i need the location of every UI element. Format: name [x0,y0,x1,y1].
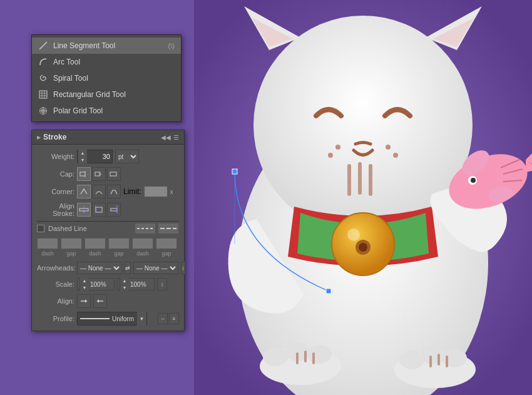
corner-row: Corner: Limit: x [37,185,179,198]
profile-flip-btn[interactable]: ↔ [158,313,168,324]
weight-input-wrap: ▲ ▼ [77,150,113,163]
tool-line-segment[interactable]: Line Segment Tool (\) [32,38,181,54]
scale-left-input[interactable] [90,281,112,288]
svg-rect-13 [95,172,100,176]
dashed-line-row: Dashed Line [37,223,179,234]
rect-grid-label: Rectangular Grid Tool [53,90,126,99]
profile-value: Uniform [112,315,136,322]
svg-marker-24 [85,299,87,303]
dashed-checkbox[interactable] [37,225,44,232]
arrowhead-cycle-btn[interactable]: ↕ [181,262,185,274]
dash-3-box: dash [132,238,153,257]
separator-1 [37,221,179,222]
profile-label: Profile: [37,315,74,322]
tool-rect-grid[interactable]: Rectangular Grid Tool [32,86,181,103]
profile-options-btn[interactable]: ≡ [169,313,179,324]
panel-title: Stroke [43,133,158,141]
cat-illustration [194,0,532,395]
weight-unit-select[interactable]: pt px mm [115,150,139,163]
corner-buttons [77,185,121,198]
line-segment-shortcut: (\) [168,42,175,49]
tool-spiral[interactable]: Spiral Tool [32,70,181,86]
weight-input[interactable] [87,153,112,160]
gap-2-input[interactable] [108,238,130,249]
cap-label: Cap: [37,170,74,178]
arrowhead-right-select[interactable]: — None — [133,262,178,274]
spiral-label: Spiral Tool [53,74,88,83]
panel-header: ▶ Stroke ◀◀ ☰ [32,130,184,145]
profile-dropdown-btn[interactable]: ▼ [136,312,146,326]
svg-rect-11 [80,172,85,176]
svg-rect-73 [326,289,331,294]
dash-1-input[interactable] [37,238,58,249]
svg-point-35 [335,145,340,150]
cap-square-btn[interactable] [107,167,121,181]
svg-marker-26 [97,299,99,303]
scale-right-input[interactable] [130,281,152,288]
polar-grid-icon [38,106,48,116]
corner-miter-btn[interactable] [77,185,91,198]
svg-point-55 [263,347,288,366]
stroke-panel: ▶ Stroke ◀◀ ☰ Weight: ▲ ▼ pt px mm Cap: [31,130,185,331]
dash-3-label: dash [136,250,149,257]
weight-spin-up[interactable]: ▲ [78,150,87,156]
svg-point-37 [386,145,391,150]
profile-line-icon [78,313,112,324]
gap-1-input[interactable] [61,238,82,249]
line-segment-icon [38,41,48,51]
weight-spin-down[interactable]: ▼ [78,156,87,163]
scale-left-up[interactable]: ▲ [80,277,89,284]
dashed-pattern-btns [135,223,179,234]
tool-polar-grid[interactable]: Polar Grid Tool [32,103,181,119]
scale-right-up[interactable]: ▲ [120,277,129,284]
arc-icon [38,57,48,67]
panel-collapse-icon[interactable]: ▶ [37,135,41,140]
profile-input-wrap: Uniform ▼ [77,312,147,326]
arrowhead-left-select[interactable]: — None — [77,262,122,274]
arc-label: Arc Tool [53,58,80,66]
align-right-btn[interactable] [93,294,107,308]
align-stroke-row: Align Stroke: [37,202,179,217]
limit-box: Limit: x [123,186,173,197]
dash-2-input[interactable] [84,238,106,249]
polar-grid-label: Polar Grid Tool [53,106,103,115]
tool-arc[interactable]: Arc Tool [32,54,181,70]
scale-right-box: ▲ ▼ [117,278,155,290]
limit-input[interactable] [144,186,168,197]
cap-butt-btn[interactable] [77,167,91,181]
align-center-btn[interactable] [77,203,91,217]
panel-expand-icon[interactable]: ◀◀ [161,134,171,141]
panel-menu-icon[interactable]: ☰ [173,134,179,141]
gap-3-label: gap [161,250,171,257]
dashed-pattern-1[interactable] [135,223,156,234]
scale-left-down[interactable]: ▼ [80,284,89,291]
svg-point-36 [328,153,333,158]
scale-right-down[interactable]: ▼ [120,284,129,291]
limit-label: Limit: [123,187,141,196]
align-label: Align: [37,297,74,305]
dashed-pattern-2[interactable] [158,223,179,234]
scale-link-btn[interactable]: ↕ [157,278,167,290]
corner-round-btn[interactable] [92,185,106,198]
line-segment-label: Line Segment Tool [53,41,115,50]
align-inside-btn[interactable] [92,203,106,217]
cap-round-btn[interactable] [92,167,106,181]
stroke-body: Weight: ▲ ▼ pt px mm Cap: [32,145,184,331]
rect-grid-icon [38,90,48,100]
corner-bevel-btn[interactable] [107,185,121,198]
align-outside-btn[interactable] [107,203,121,217]
svg-point-43 [347,228,360,241]
dash-3-input[interactable] [132,238,153,249]
align-left-btn[interactable] [77,294,91,308]
align-stroke-label: Align Stroke: [37,202,74,217]
gap-3-input[interactable] [156,238,177,249]
weight-label: Weight: [37,153,74,160]
scale-left-spin: ▲ ▼ [79,277,89,291]
svg-point-50 [471,178,476,183]
scale-right-spin: ▲ ▼ [120,277,129,291]
gap-2-box: gap [108,238,130,257]
arrowhead-swap-btn[interactable]: ⇄ [125,262,131,274]
svg-rect-72 [232,169,237,174]
svg-point-60 [421,346,446,364]
svg-rect-1 [39,91,47,98]
